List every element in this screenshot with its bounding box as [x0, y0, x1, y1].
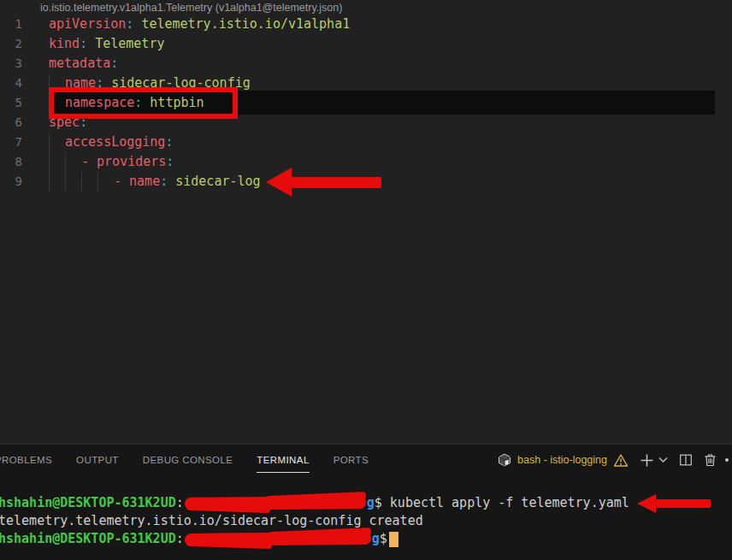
terminal-line: hshahin@DESKTOP-631K2UD:g$ — [0, 530, 732, 548]
code-token-key: accessLogging — [65, 133, 165, 152]
new-terminal-button[interactable] — [640, 453, 654, 468]
launch-profile-button[interactable] — [658, 457, 668, 463]
panel-tab-output[interactable]: OUTPUT — [76, 445, 119, 475]
split-terminal-button[interactable] — [679, 453, 693, 467]
line-number: 4 — [0, 74, 22, 93]
arrow-head — [266, 168, 292, 197]
code-token-colon: : — [110, 54, 118, 74]
plus-icon — [640, 453, 654, 468]
line-number: 1 — [0, 15, 22, 34]
code-token-val: Telemetry — [95, 34, 164, 54]
terminal-text: $ kubectl apply -f telemetry.yaml — [375, 494, 629, 512]
code-line[interactable]: 7accessLogging: — [0, 133, 732, 152]
line-number: 6 — [0, 113, 22, 133]
terminal-text: : — [176, 494, 184, 512]
panel-tab-ports[interactable]: PORTS — [334, 445, 369, 475]
code-line[interactable]: 1apiVersion: telemetry.istio.io/v1alpha1 — [0, 15, 732, 34]
editor-pane[interactable]: io.istio.telemetry.v1alpha1.Telemetry (v… — [0, 0, 732, 445]
panel-tab-problems[interactable]: PROBLEMS — [0, 445, 52, 475]
code-token-colon: : — [126, 15, 141, 34]
code-token-val: sidecar-log — [175, 172, 260, 192]
terminal-bash-icon — [498, 453, 511, 467]
terminal-text: : — [176, 530, 184, 548]
chevron-down-icon — [658, 457, 668, 463]
more-actions-icon-partial[interactable] — [725, 458, 729, 462]
split-editor-icon — [679, 453, 693, 467]
code-line[interactable]: 2kind: Telemetry — [0, 34, 732, 54]
code-token-dash: - — [81, 152, 97, 172]
bottom-panel: PROBLEMSOUTPUTDEBUG CONSOLETERMINALPORTS… — [0, 444, 732, 560]
terminal-cursor — [389, 532, 398, 547]
code-token-key: apiVersion — [49, 15, 126, 34]
annotation-scribble — [185, 532, 371, 546]
kill-terminal-button[interactable] — [704, 453, 717, 467]
panel-tab-terminal[interactable]: TERMINAL — [257, 445, 309, 475]
terminal-prompt: hshahin@DESKTOP-631K2UD — [0, 494, 176, 512]
arrow-tail — [656, 499, 711, 508]
terminal-content[interactable]: hshahin@DESKTOP-631K2UD:g$ kubectl apply… — [0, 487, 732, 560]
panel-tabs: PROBLEMSOUTPUTDEBUG CONSOLETERMINALPORTS — [0, 445, 369, 475]
annotation-scribble — [185, 496, 366, 510]
terminal-line: hshahin@DESKTOP-631K2UD:g$ kubectl apply… — [0, 494, 732, 512]
indent-guide — [65, 152, 81, 172]
line-number: 7 — [0, 133, 22, 152]
terminal-text: $ — [380, 530, 387, 548]
indent-guide — [49, 133, 65, 152]
line-number: 3 — [0, 54, 22, 74]
line-number: 5 — [0, 93, 22, 113]
terminal-path-fragment: g — [367, 494, 375, 512]
annotation-arrow-sidecar-log — [266, 168, 381, 197]
trash-icon — [704, 453, 717, 467]
indent-guide — [65, 172, 81, 192]
code-token-key: kind — [49, 34, 80, 54]
annotation-arrow-command — [637, 494, 711, 513]
code-token-colon: : — [165, 133, 173, 152]
terminal-selector-label: bash - istio-logging — [517, 454, 607, 466]
code-token-key: metadata — [49, 54, 110, 74]
line-number: 8 — [0, 152, 22, 172]
code-token-key: providers — [97, 152, 166, 172]
code-token-dash: - — [114, 172, 129, 192]
terminal-path-fragment: g — [372, 530, 380, 548]
arrow-tail — [292, 177, 381, 188]
terminal-prompt: hshahin@DESKTOP-631K2UD — [0, 530, 176, 548]
indent-guide — [49, 152, 65, 172]
indent-guide — [49, 172, 65, 192]
breadcrumb[interactable]: io.istio.telemetry.v1alpha1.Telemetry (v… — [40, 1, 342, 15]
indent-guide — [81, 172, 97, 192]
arrow-head — [637, 494, 656, 513]
annotation-box-namespace — [49, 87, 238, 119]
line-number: 2 — [0, 34, 22, 54]
terminal-selector[interactable]: bash - istio-logging — [498, 453, 629, 468]
code-token-colon: : — [80, 34, 95, 54]
indent-guide — [97, 172, 114, 192]
code-token-key: name — [129, 172, 160, 192]
warning-icon — [613, 453, 629, 468]
panel-actions: bash - istio-logging — [498, 445, 729, 475]
code-token-val: telemetry.istio.io/v1alpha1 — [141, 15, 350, 34]
code-token-colon: : — [160, 172, 175, 192]
line-number: 9 — [0, 172, 22, 192]
code-line[interactable]: 3metadata: — [0, 54, 732, 74]
code-token-colon: : — [166, 152, 174, 172]
panel-tab-debug-console[interactable]: DEBUG CONSOLE — [143, 445, 233, 475]
